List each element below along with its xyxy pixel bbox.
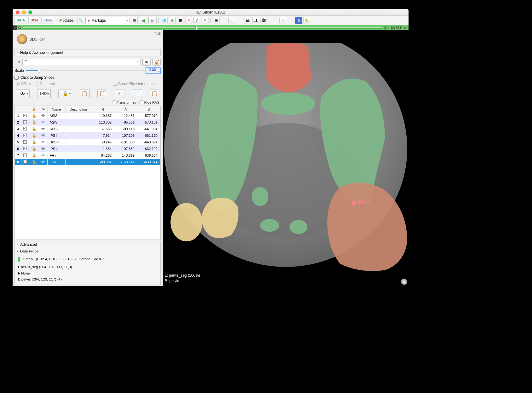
- dcm-button[interactable]: DCM: [28, 17, 40, 24]
- layout-conventional-button[interactable]: ▣: [213, 17, 220, 24]
- ruler-button[interactable]: ╱: [193, 17, 200, 24]
- delete-tool-button[interactable]: 📋✕: [97, 89, 107, 98]
- visibility-tool-button[interactable]: 👁: [16, 89, 30, 98]
- row-a-cell[interactable]: -99.113: [114, 126, 137, 132]
- row-s-cell[interactable]: -639.874: [137, 159, 160, 165]
- help-header[interactable]: ▸ Help & Acknowledgement: [15, 49, 160, 56]
- row-visible-cell[interactable]: 👁: [39, 159, 48, 165]
- row-r-cell[interactable]: -7.914: [91, 132, 114, 139]
- fiducial-place-button[interactable]: ✦: [279, 17, 286, 24]
- row-r-cell[interactable]: -119.637: [91, 113, 114, 119]
- row-selected-cell[interactable]: [21, 113, 29, 119]
- row-desc-cell[interactable]: [65, 126, 91, 132]
- lock-tool-button[interactable]: 🔒: [58, 89, 72, 98]
- row-name-cell[interactable]: ASIS-r: [48, 119, 65, 126]
- table-row[interactable]: 3🔓👁SPS-l-7.658-99.113-641.994: [15, 126, 160, 132]
- clipboard-tool-button[interactable]: 📋: [150, 89, 159, 98]
- selected-tool-button[interactable]: ☑☒: [37, 89, 51, 98]
- row-selected-cell[interactable]: [21, 139, 29, 146]
- row-visible-cell[interactable]: 👁: [39, 113, 48, 119]
- row-lock-cell[interactable]: 🔓: [29, 113, 39, 119]
- ct-image-canvas[interactable]: FH-l: [163, 43, 409, 286]
- col-description[interactable]: Description: [65, 106, 91, 113]
- row-desc-cell[interactable]: [65, 113, 91, 119]
- module-settings-button[interactable]: ▤: [131, 17, 138, 24]
- row-lock-cell[interactable]: 🔓: [29, 159, 39, 165]
- row-desc-cell[interactable]: [65, 119, 91, 126]
- view-reset-button[interactable]: ◉: [169, 17, 176, 24]
- record-button[interactable]: 🎥: [260, 17, 267, 24]
- delete-list-button[interactable]: 🔒: [152, 59, 161, 66]
- slice-viewer[interactable]: FH-l L: pelvis_seg (100%) B: pelvis: [163, 30, 409, 286]
- row-s-cell[interactable]: -661.170: [137, 132, 160, 139]
- float-panel-icon[interactable]: ▢: [153, 32, 157, 36]
- save-button[interactable]: SAVE: [41, 17, 54, 24]
- row-desc-cell[interactable]: [65, 159, 91, 165]
- row-lock-cell[interactable]: 🔓: [29, 152, 39, 159]
- copy-tool-button[interactable]: 📋: [80, 89, 89, 98]
- scale-spinbox[interactable]: 2.00: [146, 67, 161, 74]
- table-row[interactable]: 4🔓👁IPS-l-7.914-107.105-661.170: [15, 132, 160, 139]
- row-name-cell[interactable]: SPS-l: [48, 126, 65, 132]
- extension-manager-button[interactable]: E: [295, 17, 302, 24]
- row-r-cell[interactable]: -80.002: [91, 159, 114, 165]
- nav-forward-button[interactable]: ▶: [148, 17, 157, 24]
- cut-tool-button[interactable]: ✂: [115, 89, 124, 98]
- table-row[interactable]: 7🔓👁FH-r84.262-143.819-636.634: [15, 152, 160, 159]
- row-desc-cell[interactable]: [65, 139, 91, 146]
- layout-selector-button[interactable]: ▦: [177, 17, 184, 24]
- row-s-cell[interactable]: -636.634: [137, 152, 160, 159]
- row-s-cell[interactable]: -573.151: [137, 119, 160, 126]
- row-lock-cell[interactable]: 🔓: [29, 139, 39, 146]
- table-row[interactable]: 1🔓👁ASIS-l-119.637-112.451-577.070: [15, 113, 160, 119]
- row-r-cell[interactable]: 110.802: [91, 119, 114, 126]
- offset-radio[interactable]: [16, 82, 20, 86]
- zoom-window-button[interactable]: [28, 10, 32, 14]
- row-desc-cell[interactable]: [65, 132, 91, 139]
- data-button[interactable]: DATA: [14, 17, 27, 24]
- col-visible[interactable]: 👁: [39, 106, 48, 113]
- scene-view-button[interactable]: 🏞: [252, 17, 259, 24]
- row-visible-cell[interactable]: 👁: [39, 119, 48, 126]
- row-s-cell[interactable]: -577.070: [137, 113, 160, 119]
- col-s[interactable]: S: [137, 106, 160, 113]
- row-a-cell[interactable]: -101.308: [114, 139, 137, 146]
- row-name-cell[interactable]: FH-l: [48, 159, 65, 165]
- row-r-cell[interactable]: 84.262: [91, 152, 114, 159]
- row-r-cell[interactable]: -1.354: [91, 146, 114, 152]
- row-a-cell[interactable]: -85.561: [114, 119, 137, 126]
- slice-slider-thumb[interactable]: [195, 26, 198, 30]
- crosshair-button[interactable]: ✎: [185, 17, 192, 24]
- row-s-cell[interactable]: -662.192: [137, 146, 160, 152]
- row-selected-cell[interactable]: [21, 119, 29, 126]
- row-selected-cell[interactable]: [21, 146, 29, 152]
- close-corner-button[interactable]: ✕: [401, 279, 407, 285]
- row-a-cell[interactable]: -107.832: [114, 146, 137, 152]
- row-selected-cell[interactable]: [21, 126, 29, 132]
- table-row[interactable]: 5🔓👁SPS-r-0.249-101.308-640.891: [15, 139, 160, 146]
- row-s-cell[interactable]: -640.891: [137, 139, 160, 146]
- layout-3d-button[interactable]: 🧊: [161, 17, 168, 24]
- screenshot-button[interactable]: 📷: [244, 17, 251, 24]
- row-selected-cell[interactable]: [21, 159, 29, 165]
- row-desc-cell[interactable]: [65, 146, 91, 152]
- row-name-cell[interactable]: ASIS-l: [48, 113, 65, 119]
- row-a-cell[interactable]: -163.511: [114, 159, 137, 165]
- list-selector[interactable]: F: [22, 59, 140, 65]
- table-row[interactable]: 8🔓👁FH-l-80.002-163.511-639.874: [15, 159, 160, 165]
- row-lock-cell[interactable]: 🔓: [29, 132, 39, 139]
- row-desc-cell[interactable]: [65, 152, 91, 159]
- toggle-visibility-button[interactable]: 👁: [142, 59, 151, 66]
- close-window-button[interactable]: [16, 10, 20, 14]
- col-r[interactable]: R: [91, 106, 114, 113]
- show-intersections-checkbox[interactable]: [113, 82, 117, 86]
- row-r-cell[interactable]: -0.249: [91, 139, 114, 146]
- row-r-cell[interactable]: -7.658: [91, 126, 114, 132]
- row-selected-cell[interactable]: [21, 132, 29, 139]
- row-lock-cell[interactable]: 🔓: [29, 146, 39, 152]
- row-visible-cell[interactable]: 👁: [39, 146, 48, 152]
- nav-back-button[interactable]: ◀: [139, 17, 147, 24]
- python-console-button[interactable]: 🐍: [303, 17, 310, 24]
- col-name[interactable]: Name: [48, 106, 65, 113]
- table-row[interactable]: 2🔓👁ASIS-r110.802-85.561-573.151: [15, 119, 160, 126]
